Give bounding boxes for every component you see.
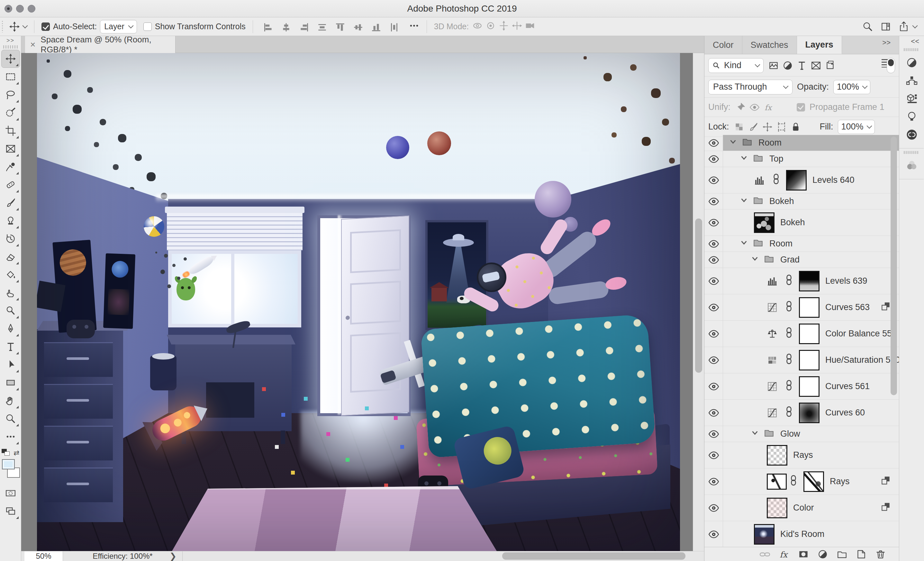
layer-style-icon[interactable]: fx — [778, 549, 790, 560]
ellipsis-icon[interactable] — [409, 20, 420, 31]
eyedropper-tool[interactable] — [1, 158, 20, 176]
camera-3d-icon[interactable] — [525, 20, 536, 31]
unify-position-icon[interactable] — [735, 102, 746, 113]
toolbar-expand-button[interactable]: >> — [0, 36, 21, 44]
orbit-3d-icon[interactable] — [472, 20, 483, 31]
visibility-eye-icon[interactable] — [708, 138, 719, 148]
layer-row[interactable]: Glow — [704, 426, 899, 442]
visibility-eye-icon[interactable] — [708, 196, 719, 207]
layer-row[interactable]: Bokeh — [704, 193, 899, 209]
smudge-tool[interactable] — [1, 284, 20, 302]
filter-toggle-icon[interactable] — [887, 58, 895, 73]
layer-row[interactable]: Curves 561 — [704, 373, 899, 400]
stamp-tool[interactable] — [1, 212, 20, 230]
auto-select-option[interactable]: Auto-Select: Layer — [42, 20, 137, 33]
delete-layer-icon[interactable] — [875, 549, 886, 560]
vertical-scroll-thumb[interactable] — [695, 218, 702, 373]
align-right-edges-icon[interactable] — [298, 22, 308, 31]
creative-cloud-icon[interactable] — [899, 126, 924, 144]
align-left-edges-icon[interactable] — [262, 22, 272, 31]
layer-row[interactable]: Rays — [704, 468, 899, 495]
expand-chevron-icon[interactable] — [738, 152, 749, 163]
unify-visibility-icon[interactable] — [749, 102, 760, 113]
layer-row[interactable]: Levels 640 — [704, 167, 899, 193]
layer-row[interactable]: Color Balance 555 — [704, 321, 899, 347]
healing-tool[interactable] — [1, 176, 20, 194]
blend-mode-dropdown[interactable]: Pass Through — [708, 80, 792, 94]
shape-layer-filter-icon[interactable] — [810, 60, 822, 71]
layer-mask-thumbnail[interactable] — [799, 402, 819, 423]
visibility-eye-icon[interactable] — [708, 238, 719, 249]
link-layers-icon[interactable] — [759, 549, 770, 560]
eraser-tool[interactable] — [1, 248, 20, 266]
layer-row[interactable]: Curves 563 — [704, 294, 899, 321]
align-vertical-centers-icon[interactable] — [353, 22, 362, 31]
pan-3d-icon[interactable] — [498, 20, 509, 31]
pixel-layer-filter-icon[interactable] — [768, 60, 779, 71]
expand-chevron-icon[interactable] — [738, 237, 749, 248]
layer-thumbnail[interactable] — [767, 498, 788, 518]
expand-chevron-icon[interactable] — [749, 427, 760, 438]
hand-tool[interactable] — [1, 392, 20, 410]
layer-mask-thumbnail[interactable] — [799, 350, 819, 371]
swap-colors-icon[interactable]: ⇄ — [14, 449, 19, 457]
bucket-tool[interactable] — [1, 266, 20, 284]
layer-mask-thumbnail[interactable] — [799, 323, 819, 344]
shape-tool[interactable] — [1, 374, 20, 392]
layer-row[interactable]: Grad — [704, 252, 899, 268]
new-adjustment-layer-icon[interactable] — [817, 549, 828, 560]
visibility-eye-icon[interactable] — [708, 476, 719, 487]
panel-dock-expand[interactable]: >> — [882, 39, 891, 47]
layer-thumbnail[interactable] — [754, 524, 774, 545]
layer-row[interactable]: Hue/Saturation 560 — [704, 347, 899, 373]
properties-3d-icon[interactable] — [899, 90, 924, 108]
visibility-eye-icon[interactable] — [708, 154, 719, 165]
layer-mask-thumbnail[interactable] — [786, 170, 807, 190]
levels-adjustment-icon[interactable] — [754, 175, 765, 186]
tab-swatches[interactable]: Swatches — [742, 36, 797, 54]
historybrush-tool[interactable] — [1, 230, 20, 248]
colorbalance-adjustment-icon[interactable] — [767, 328, 778, 339]
visibility-eye-icon[interactable] — [708, 276, 719, 287]
lock-all-icon[interactable] — [790, 121, 801, 132]
show-transform-checkbox[interactable] — [143, 22, 152, 31]
frame-tool[interactable] — [1, 140, 20, 158]
fill-dropdown[interactable]: 100% — [838, 120, 875, 134]
crop-tool[interactable] — [1, 122, 20, 140]
canvas-vertical-scrollbar[interactable] — [693, 53, 704, 551]
paths-icon[interactable] — [899, 72, 924, 90]
screen-mode-button[interactable] — [1, 502, 20, 520]
lasso-tool[interactable] — [1, 86, 20, 104]
layer-row[interactable]: Curves 60 — [704, 400, 899, 426]
dock-collapse-button[interactable]: << — [899, 36, 924, 46]
move-tool-icon[interactable] — [9, 21, 20, 32]
quick-mask-button[interactable] — [1, 484, 20, 502]
add-layer-mask-icon[interactable] — [798, 549, 809, 560]
expand-chevron-icon[interactable] — [728, 136, 738, 147]
lock-pixels-icon[interactable] — [748, 121, 759, 132]
huesat-adjustment-icon[interactable] — [767, 355, 778, 366]
layer-row[interactable]: Room — [704, 135, 899, 151]
color-wheel-icon[interactable] — [899, 157, 924, 175]
search-icon[interactable] — [862, 21, 873, 32]
lock-artboard-icon[interactable] — [776, 121, 787, 132]
expand-chevron-icon[interactable] — [749, 253, 760, 264]
marquee-tool[interactable] — [1, 68, 20, 86]
visibility-eye-icon[interactable] — [708, 503, 719, 513]
unify-effects-icon[interactable]: fx — [763, 102, 774, 113]
levels-adjustment-icon[interactable] — [767, 276, 778, 287]
opacity-dropdown[interactable]: 100% — [833, 80, 870, 94]
visibility-eye-icon[interactable] — [708, 175, 719, 186]
dock-grip[interactable] — [904, 151, 919, 154]
foreground-color-swatch[interactable] — [2, 459, 15, 470]
visibility-eye-icon[interactable] — [708, 355, 719, 366]
visibility-eye-icon[interactable] — [708, 381, 719, 392]
visibility-eye-icon[interactable] — [708, 450, 719, 461]
distribute-horizontal-centers-icon[interactable] — [389, 22, 398, 31]
visibility-eye-icon[interactable] — [708, 529, 719, 540]
lock-transparency-icon[interactable] — [734, 121, 745, 132]
current-tool-indicator[interactable] — [9, 21, 27, 32]
smart-object-filter-icon[interactable] — [825, 60, 836, 71]
curves-adjustment-icon[interactable] — [767, 407, 778, 418]
zoom-tool[interactable] — [1, 410, 20, 428]
